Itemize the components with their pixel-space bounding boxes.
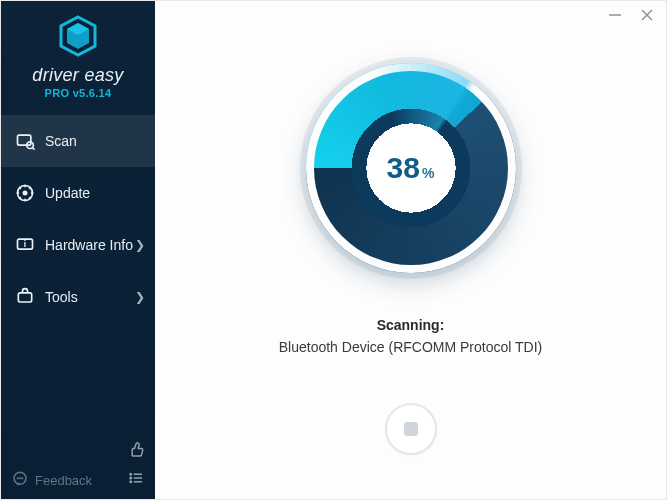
close-button[interactable] (638, 6, 656, 24)
svg-point-7 (23, 191, 28, 196)
svg-point-14 (22, 478, 23, 479)
footer-icons (127, 441, 145, 491)
chevron-right-icon: ❯ (135, 290, 145, 304)
brand-subtitle: PRO v5.6.14 (45, 87, 112, 99)
sidebar-footer: Feedback (1, 433, 155, 499)
sidebar-item-label: Hardware Info (45, 237, 133, 253)
scan-status: Scanning: Bluetooth Device (RFCOMM Proto… (279, 317, 542, 355)
update-icon (15, 183, 35, 203)
sidebar-item-label: Update (45, 185, 90, 201)
sidebar-nav: Scan Update i Hardware Info ❯ Tools (1, 115, 155, 433)
svg-rect-10 (18, 293, 31, 302)
progress-value: 38 (387, 151, 420, 185)
sidebar-item-scan[interactable]: Scan (1, 115, 155, 167)
tools-icon (15, 287, 35, 307)
app-window: driver easy PRO v5.6.14 Scan Update (0, 0, 667, 500)
progress-gauge: 38% (306, 63, 516, 273)
svg-point-17 (130, 481, 132, 483)
feedback-button[interactable]: Feedback (11, 470, 92, 491)
brand-name: driver easy (32, 65, 123, 86)
svg-point-12 (17, 478, 18, 479)
sidebar-item-hardware-info[interactable]: i Hardware Info ❯ (1, 219, 155, 271)
svg-point-16 (130, 477, 132, 479)
thumbs-up-icon[interactable] (127, 441, 145, 463)
sidebar-item-label: Scan (45, 133, 77, 149)
minimize-button[interactable] (606, 6, 624, 24)
status-label: Scanning: (279, 317, 542, 333)
chevron-right-icon: ❯ (135, 238, 145, 252)
hardware-info-icon: i (15, 235, 35, 255)
sidebar-item-tools[interactable]: Tools ❯ (1, 271, 155, 323)
sidebar-item-label: Tools (45, 289, 78, 305)
svg-point-15 (130, 474, 132, 476)
svg-point-13 (20, 478, 21, 479)
stop-button[interactable] (385, 403, 437, 455)
progress-percent: 38% (387, 151, 435, 185)
chat-icon (11, 470, 29, 491)
svg-line-5 (33, 148, 35, 150)
window-controls (155, 1, 666, 29)
sidebar: driver easy PRO v5.6.14 Scan Update (1, 1, 155, 499)
status-current-item: Bluetooth Device (RFCOMM Protocol TDI) (279, 339, 542, 355)
brand-block: driver easy PRO v5.6.14 (1, 1, 155, 109)
list-icon[interactable] (127, 469, 145, 491)
feedback-label: Feedback (35, 473, 92, 488)
logo-icon (58, 15, 98, 63)
main-panel: 38% Scanning: Bluetooth Device (RFCOMM P… (155, 1, 666, 499)
sidebar-item-update[interactable]: Update (1, 167, 155, 219)
stop-icon (404, 422, 418, 436)
progress-unit: % (422, 165, 434, 181)
svg-text:i: i (24, 239, 26, 249)
scan-icon (15, 131, 35, 151)
scan-content: 38% Scanning: Bluetooth Device (RFCOMM P… (155, 29, 666, 499)
svg-rect-3 (18, 135, 31, 145)
